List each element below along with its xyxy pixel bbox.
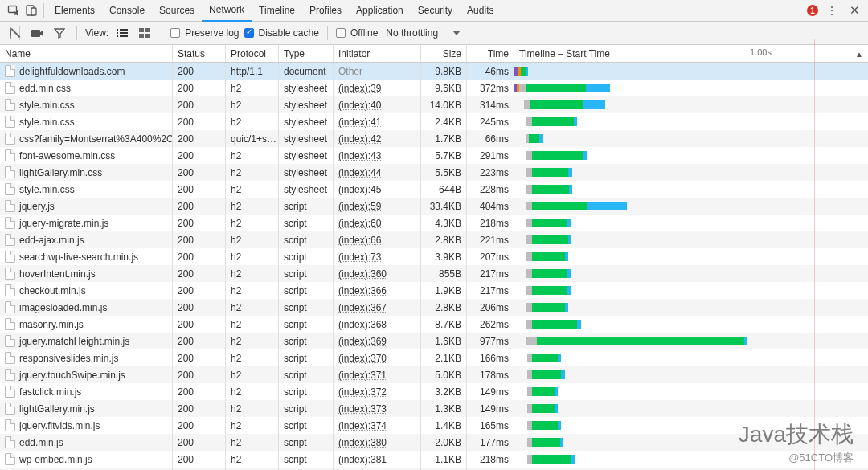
- cell-name[interactable]: searchwp-live-search.min.js: [0, 248, 173, 265]
- table-row[interactable]: jquery.fitvids.min.js200h2script(index):…: [0, 417, 868, 434]
- cell-name[interactable]: style.min.css: [0, 113, 173, 130]
- cell-name[interactable]: responsiveslides.min.js: [0, 349, 173, 366]
- cell-name[interactable]: edd.min.js: [0, 434, 173, 451]
- initiator-link[interactable]: (index):371: [338, 370, 387, 381]
- table-row[interactable]: searchwp-live-search.min.js200h2script(i…: [0, 248, 868, 265]
- tab-application[interactable]: Application: [349, 0, 411, 22]
- table-row[interactable]: masonry.min.js200h2script(index):3688.7K…: [0, 316, 868, 333]
- table-row[interactable]: font-awesome.min.css200h2stylesheet(inde…: [0, 147, 868, 164]
- close-icon[interactable]: ✕: [845, 2, 863, 18]
- tab-network[interactable]: Network: [202, 0, 252, 22]
- clear-button[interactable]: [10, 27, 11, 39]
- col-status[interactable]: Status: [173, 45, 226, 62]
- table-row[interactable]: jquery.matchHeight.min.js200h2script(ind…: [0, 333, 868, 349]
- initiator-link[interactable]: (index):372: [338, 386, 387, 398]
- initiator-link[interactable]: (index):73: [338, 251, 381, 263]
- cell-name[interactable]: masonry.min.js: [0, 316, 173, 333]
- col-protocol[interactable]: Protocol: [226, 45, 279, 62]
- preserve-log-checkbox[interactable]: [170, 28, 180, 38]
- tab-elements[interactable]: Elements: [47, 0, 102, 22]
- initiator-link[interactable]: (index):367: [338, 302, 387, 313]
- table-row[interactable]: responsiveslides.min.js200h2script(index…: [0, 349, 868, 366]
- tab-audits[interactable]: Audits: [460, 0, 501, 22]
- col-timeline[interactable]: Timeline – Start Time 1.00s ▲: [514, 45, 868, 62]
- table-row[interactable]: edd.min.js200h2script(index):3802.0KB177…: [0, 434, 868, 451]
- cell-name[interactable]: jquery.fitvids.min.js: [0, 417, 173, 434]
- initiator-link[interactable]: (index):41: [338, 116, 381, 128]
- error-badge[interactable]: 1: [807, 5, 818, 16]
- cell-name[interactable]: jquery.js: [0, 198, 173, 215]
- tab-security[interactable]: Security: [411, 0, 460, 22]
- initiator-link[interactable]: (index):360: [338, 268, 387, 280]
- kebab-menu-icon[interactable]: ⋮: [823, 2, 841, 18]
- initiator-link[interactable]: (index):370: [338, 353, 387, 364]
- initiator-link[interactable]: (index):44: [338, 167, 381, 178]
- cell-name[interactable]: delightfuldownloads.com: [0, 63, 173, 80]
- tab-timeline[interactable]: Timeline: [252, 0, 302, 22]
- cell-name[interactable]: jquery-migrate.min.js: [0, 215, 173, 231]
- table-row[interactable]: style.min.css200h2stylesheet(index):4014…: [0, 96, 868, 113]
- initiator-link[interactable]: (index):43: [338, 150, 381, 161]
- offline-checkbox[interactable]: [336, 28, 346, 38]
- initiator-link[interactable]: (index):59: [338, 201, 381, 212]
- table-row[interactable]: delightfuldownloads.com200http/1.1docume…: [0, 63, 868, 80]
- cell-name[interactable]: jquery.matchHeight.min.js: [0, 333, 173, 349]
- cell-name[interactable]: style.min.css: [0, 96, 173, 113]
- table-row[interactable]: checkout.min.js200h2script(index):3661.9…: [0, 282, 868, 299]
- table-row[interactable]: edd-ajax.min.js200h2script(index):662.8K…: [0, 231, 868, 248]
- col-initiator[interactable]: Initiator: [334, 45, 421, 62]
- cell-name[interactable]: imagesloaded.min.js: [0, 299, 173, 316]
- table-row[interactable]: lightGallery.min.css200h2stylesheet(inde…: [0, 164, 868, 181]
- cell-name[interactable]: edd-ajax.min.js: [0, 231, 173, 248]
- table-row[interactable]: style.min.css200h2stylesheet(index):4564…: [0, 181, 868, 198]
- table-row[interactable]: lightGallery.min.js200h2script(index):37…: [0, 400, 868, 417]
- initiator-link[interactable]: (index):366: [338, 285, 387, 296]
- initiator-link[interactable]: (index):373: [338, 403, 387, 415]
- table-row[interactable]: jquery-migrate.min.js200h2script(index):…: [0, 215, 868, 231]
- dropdown-icon[interactable]: [452, 31, 461, 35]
- cell-name[interactable]: hoverIntent.min.js: [0, 265, 173, 282]
- inspect-icon[interactable]: [5, 2, 23, 18]
- camera-icon[interactable]: [28, 25, 46, 41]
- table-row[interactable]: edd.min.css200h2stylesheet(index):399.6K…: [0, 80, 868, 96]
- col-time[interactable]: Time: [467, 45, 514, 62]
- cell-name[interactable]: checkout.min.js: [0, 282, 173, 299]
- initiator-link[interactable]: (index):369: [338, 336, 387, 347]
- initiator-link[interactable]: (index):40: [338, 100, 381, 111]
- tab-sources[interactable]: Sources: [152, 0, 202, 22]
- filter-icon[interactable]: [51, 25, 68, 41]
- table-row[interactable]: imagesloaded.min.js200h2script(index):36…: [0, 299, 868, 316]
- col-type[interactable]: Type: [279, 45, 334, 62]
- initiator-link[interactable]: (index):60: [338, 218, 381, 229]
- cell-name[interactable]: style.min.css: [0, 181, 173, 198]
- list-view-icon[interactable]: [113, 25, 131, 41]
- col-name[interactable]: Name: [0, 45, 173, 62]
- table-row[interactable]: hoverIntent.min.js200h2script(index):360…: [0, 265, 868, 282]
- cell-name[interactable]: lightGallery.min.css: [0, 164, 173, 181]
- initiator-link[interactable]: (index):45: [338, 184, 381, 195]
- grid-view-icon[interactable]: [136, 25, 154, 41]
- cell-name[interactable]: font-awesome.min.css: [0, 147, 173, 164]
- initiator-link[interactable]: (index):39: [338, 83, 381, 94]
- cell-name[interactable]: css?family=Montserrat%3A400%2C…: [0, 130, 173, 147]
- initiator-link[interactable]: (index):381: [338, 454, 387, 465]
- cell-name[interactable]: jquery.touchSwipe.min.js: [0, 366, 173, 383]
- table-row[interactable]: jquery.js200h2script(index):5933.4KB404m…: [0, 198, 868, 215]
- table-row[interactable]: style.min.css200h2stylesheet(index):412.…: [0, 113, 868, 130]
- throttling-select[interactable]: No throttling: [386, 27, 438, 39]
- tab-profiles[interactable]: Profiles: [302, 0, 349, 22]
- table-row[interactable]: css?family=Montserrat%3A400%2C…200quic/1…: [0, 130, 868, 147]
- cell-name[interactable]: lightGallery.min.js: [0, 400, 173, 417]
- table-row[interactable]: jquery.touchSwipe.min.js200h2script(inde…: [0, 366, 868, 383]
- tab-console[interactable]: Console: [102, 0, 152, 22]
- initiator-link[interactable]: (index):368: [338, 319, 387, 330]
- initiator-link[interactable]: (index):66: [338, 235, 381, 246]
- cell-name[interactable]: wp-embed.min.js: [0, 451, 173, 468]
- table-row[interactable]: wp-embed.min.js200h2script(index):3811.1…: [0, 451, 868, 468]
- disable-cache-checkbox[interactable]: [244, 28, 254, 38]
- table-row[interactable]: fastclick.min.js200h2script(index):3723.…: [0, 383, 868, 400]
- cell-name[interactable]: fastclick.min.js: [0, 383, 173, 400]
- initiator-link[interactable]: (index):42: [338, 133, 381, 145]
- device-toggle-icon[interactable]: [23, 2, 40, 18]
- initiator-link[interactable]: (index):380: [338, 437, 387, 448]
